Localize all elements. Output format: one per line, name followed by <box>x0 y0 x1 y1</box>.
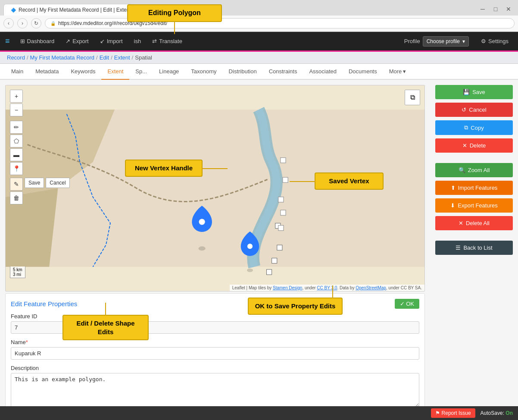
map-svg <box>6 85 424 291</box>
scale-mi: 3 mi <box>13 272 22 277</box>
nav-translate[interactable]: ⇄ Translate <box>148 35 187 47</box>
browser-tab[interactable]: 🔷 Record | My First Metadata Record | Ed… <box>3 4 133 16</box>
feature-id-input[interactable] <box>11 321 419 334</box>
nav-ish[interactable]: Record | My First Metadata Record | Edit… <box>130 35 146 47</box>
ok-button[interactable]: ✓ OK <box>395 299 419 309</box>
feature-id-label: Feature ID <box>11 313 419 320</box>
profile-select[interactable]: Choose profile ▾ <box>423 36 469 47</box>
nav-import-label: Import <box>107 38 123 44</box>
tab-constraints[interactable]: Constraints <box>263 64 303 80</box>
scale-km: 5 km <box>13 267 22 272</box>
close-button[interactable]: ✕ <box>502 4 515 14</box>
map-cancel-button[interactable]: Cancel <box>46 178 69 188</box>
lock-icon: 🔒 <box>50 21 56 26</box>
tab-metadata[interactable]: Metadata <box>29 64 65 80</box>
content-wrapper: + − ✏ ⬠ ▬ 📍 ✎ Save Cancel <box>5 85 513 420</box>
back-button[interactable]: ‹ <box>3 18 14 28</box>
svg-rect-6 <box>266 270 271 275</box>
forward-button[interactable]: › <box>17 18 28 28</box>
zoom-icon: 🔍 <box>459 167 465 173</box>
tab-extent[interactable]: Extent <box>101 64 129 80</box>
more-chevron-icon: ▾ <box>403 68 406 75</box>
description-group: Description This is an example polygon. <box>11 365 419 409</box>
stamen-link[interactable]: Stamen Design <box>273 285 302 290</box>
minimize-button[interactable]: ─ <box>477 4 489 14</box>
cancel-label: Cancel <box>469 107 486 113</box>
delete-icon: ✕ <box>462 142 467 149</box>
cancel-button[interactable]: ↺ Cancel <box>435 103 513 117</box>
svg-rect-9 <box>278 197 284 202</box>
delete-all-label: Delete All <box>466 220 490 226</box>
panel-separator1 <box>435 156 513 160</box>
nav-export[interactable]: ↗ Export <box>61 35 93 47</box>
svg-rect-11 <box>281 158 286 163</box>
delete-all-button[interactable]: ✕ Delete All <box>435 216 513 230</box>
nav-import[interactable]: ↙ Import <box>96 35 127 47</box>
back-to-list-button[interactable]: ☰ Back to List <box>435 241 513 255</box>
name-input[interactable] <box>11 347 419 360</box>
draw-line-button[interactable]: ✏ <box>10 121 23 134</box>
delete-shape-button[interactable]: 🗑 <box>10 191 23 204</box>
edit-shape-button[interactable]: ✎ <box>10 178 23 191</box>
breadcrumb-sep1: / <box>27 54 28 61</box>
delete-button[interactable]: ✕ Delete <box>435 138 513 153</box>
import-features-button[interactable]: ⬆ Import Features <box>435 181 513 195</box>
profile-label: Profile <box>404 38 420 44</box>
tab-documents[interactable]: Documents <box>343 64 383 80</box>
tab-main[interactable]: Main <box>5 64 29 80</box>
cancel-icon: ↺ <box>462 107 466 113</box>
address-text: https://dev.mdeditor.org/#/record/0kgv15… <box>58 20 167 26</box>
svg-point-12 <box>199 246 206 251</box>
map-toolbar: + − ✏ ⬠ ▬ 📍 ✎ Save Cancel <box>10 90 23 204</box>
breadcrumb-extent[interactable]: Extent <box>114 54 130 61</box>
nav-brand[interactable]: ≡ <box>5 37 10 46</box>
tab-taxonomy[interactable]: Taxonomy <box>185 64 222 80</box>
draw-polygon-button[interactable]: ⬠ <box>10 135 23 147</box>
export-features-button[interactable]: ⬇ Export Features <box>435 198 513 213</box>
breadcrumb-sep3: / <box>111 54 112 61</box>
tab-associated[interactable]: Associated <box>303 64 343 80</box>
save-button[interactable]: 💾 Save <box>435 85 513 99</box>
settings-button[interactable]: ⚙ Settings <box>477 35 513 47</box>
tab-lineage[interactable]: Lineage <box>153 64 185 80</box>
draw-rectangle-button[interactable]: ▬ <box>10 148 23 161</box>
zoom-in-button[interactable]: + <box>10 90 23 103</box>
description-input[interactable]: This is an example polygon. <box>11 373 419 407</box>
breadcrumb-sep4: / <box>132 54 134 61</box>
breadcrumb-first-record[interactable]: My First Metadata Record <box>30 54 95 61</box>
tab-keywords[interactable]: Keywords <box>65 64 101 80</box>
breadcrumb-sep2: / <box>96 54 98 61</box>
nav-translate-label: Translate <box>159 38 182 44</box>
map-layers-button[interactable]: ⧉ <box>405 90 420 105</box>
tab-distribution[interactable]: Distribution <box>223 64 263 80</box>
draw-marker-button[interactable]: 📍 <box>10 162 23 175</box>
tab-more[interactable]: More ▾ <box>383 64 412 80</box>
nav-dashboard[interactable]: ⊞ Dashboard <box>16 35 59 47</box>
maximize-button[interactable]: □ <box>490 4 502 14</box>
breadcrumb-edit[interactable]: Edit <box>100 54 109 61</box>
autosave-badge: AutoSave: On <box>481 410 513 416</box>
copy-label: Copy <box>471 125 484 131</box>
cc-link[interactable]: CC BY 3.0 <box>317 285 337 290</box>
svg-point-14 <box>247 269 253 272</box>
import-icon: ↙ <box>100 38 105 44</box>
map-container[interactable]: + − ✏ ⬠ ▬ 📍 ✎ Save Cancel <box>5 85 425 291</box>
osm-link[interactable]: OpenStreetMap <box>356 285 386 290</box>
autosave-label: AutoSave: <box>481 410 504 416</box>
zoom-all-button[interactable]: 🔍 Zoom All <box>435 163 513 177</box>
breadcrumb-record[interactable]: Record <box>7 54 25 61</box>
feature-props-title: Edit Feature Properties <box>11 300 77 307</box>
zoom-out-button[interactable]: − <box>10 103 23 116</box>
address-bar[interactable]: 🔒 https://dev.mdeditor.org/#/record/0kgv… <box>45 18 515 28</box>
report-issue-button[interactable]: ⚑ Report Issue <box>431 408 475 418</box>
nav-dashboard-label: Dashboard <box>27 38 55 44</box>
export-features-label: Export Features <box>458 202 498 209</box>
reload-button[interactable]: ↻ <box>31 18 41 28</box>
feature-props-header: Edit Feature Properties ✓ OK <box>11 299 419 309</box>
delete-all-icon: ✕ <box>459 220 463 226</box>
tab-sp[interactable]: Sp... <box>129 64 153 80</box>
left-content: + − ✏ ⬠ ▬ 📍 ✎ Save Cancel <box>5 85 425 420</box>
nav-export-label: Export <box>72 38 89 44</box>
copy-button[interactable]: ⧉ Copy <box>435 120 513 135</box>
map-save-button[interactable]: Save <box>25 178 44 188</box>
